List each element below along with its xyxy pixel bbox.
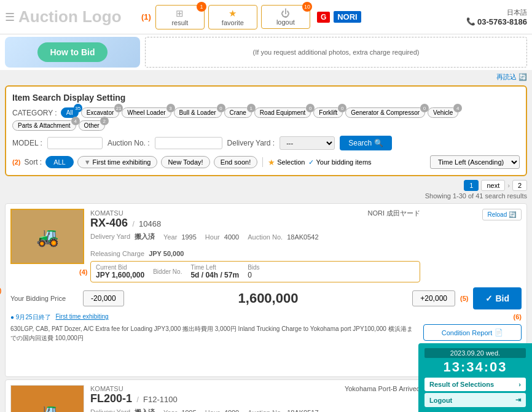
result-label: result [171, 19, 188, 26]
phone-icon: 📞 [466, 17, 475, 26]
nav-favorite[interactable]: ★ favorite [208, 5, 257, 29]
item-model-1: RX-406 / 10468 [90, 220, 161, 228]
annotation-4: (4) [79, 268, 87, 276]
logout-overlay-btn[interactable]: Logout ⇥ [424, 393, 526, 407]
selection-checkbox-wrap[interactable]: ★ Selection [268, 158, 305, 167]
model-row: MODEL : Auction No. : Delivery Yard : --… [12, 136, 520, 150]
cat-bl-btn[interactable]: Bull & Loader [174, 107, 222, 118]
result-selections-btn[interactable]: Result of Selections › [424, 378, 526, 391]
item-image-2-placeholder: 🚜 [36, 402, 59, 413]
favorite-icon: ★ [229, 8, 237, 19]
star-icon: ★ [268, 158, 275, 167]
tag-first-time[interactable]: First time exhibiting [56, 313, 109, 322]
plus-btn-1[interactable]: +20,000 [412, 290, 455, 306]
first-time-filter[interactable]: ▼ First time exhibiting [77, 156, 158, 168]
page-next-btn[interactable]: next [481, 180, 505, 191]
bids-value: 0 [248, 271, 259, 279]
current-bid-label: Current Bid [96, 264, 144, 271]
nav-result[interactable]: ⊞ result 1 [155, 5, 205, 29]
auction-no-input[interactable] [155, 137, 222, 149]
year-info: Year 1995 [163, 233, 197, 241]
category-parts[interactable]: Parts & Attachment 4 [12, 120, 76, 131]
logout-icon: ⏻ [281, 8, 290, 18]
item-brand-2: KOMATSU [90, 385, 178, 392]
item-dealer-1: NORI 成田ヤード [367, 209, 420, 218]
page-1-btn[interactable]: 1 [464, 180, 479, 191]
delivery-yard-select[interactable]: --- [280, 136, 335, 150]
item-brand-model-row-2: KOMATSU FL200-1 / F12-1100 Yokohama Port… [90, 385, 420, 405]
bid-submit-btn-1[interactable]: ✓ Bid [473, 287, 522, 309]
filter-icon: ▼ [84, 158, 91, 166]
search-title: Item Search Display Setting [12, 93, 520, 103]
category-road[interactable]: Road Equipment 0 [254, 107, 311, 118]
delivery-yard-info-2: Delivery Yard 搬入済 [90, 408, 155, 412]
logo1: G [317, 12, 330, 23]
category-generator[interactable]: Generator & Compressor 0 [345, 107, 425, 118]
minus-btn-1[interactable]: -20,000 [83, 290, 124, 306]
reload-button[interactable]: 再読込 🔄 [496, 72, 527, 82]
reload-item-btn[interactable]: Reload 🔄 [482, 209, 522, 220]
action-col-1: Reload 🔄 [426, 209, 522, 282]
tag-date: ● 9月25日終了 [10, 313, 51, 322]
bidding-checkbox-wrap[interactable]: ✓ Your bidding items [308, 158, 371, 166]
language-label[interactable]: 日本語 [507, 8, 527, 17]
year-info-2: Year 1995 [163, 409, 197, 413]
condition-report-btn-1[interactable]: Condition Report 📄 [423, 324, 522, 341]
time-sort-select[interactable]: Time Left (Ascending) [430, 155, 520, 169]
bottom-overlay: 2023.09.20 wed. 13:34:03 Result of Selec… [418, 343, 532, 412]
item-image-placeholder: 🚜 [36, 226, 59, 247]
page-last-btn[interactable]: 2 [512, 180, 527, 191]
divider-line [262, 157, 263, 167]
logout-arrow-icon: ⇥ [515, 396, 521, 404]
overlay-date: 2023.09.20 wed. [424, 348, 526, 358]
item-model-2: FL200-1 / F12-1100 [90, 395, 178, 404]
sort-row: (2) Sort : ALL ▼ First time exhibiting N… [12, 155, 520, 169]
end-soon-filter[interactable]: End soon! [214, 156, 258, 168]
category-vehicle[interactable]: Vehicle 4 [428, 107, 458, 118]
category-wheel-loader[interactable]: Wheel Loader 3 [122, 107, 171, 118]
category-excavator[interactable]: Excavator 21 [81, 107, 119, 118]
item-brand-1: KOMATSU [90, 209, 161, 217]
nav-logout[interactable]: ⏻ logout 10 [261, 5, 310, 29]
sort-all-button[interactable]: ALL [45, 156, 74, 168]
how-to-bid-button[interactable]: How to Bid [37, 42, 107, 62]
bid-details-box: Current Bid JPY 1,600,000 Bidder No. Tim… [90, 261, 420, 282]
cat-wheel-btn[interactable]: Wheel Loader [122, 107, 171, 118]
new-today-filter[interactable]: New Today! [161, 156, 209, 168]
item-main-info-2: KOMATSU FL200-1 / F12-1100 Yokohama Port… [90, 385, 420, 412]
delivery-yard-info: Delivery Yard 搬入済 [90, 232, 155, 241]
annotation-6: (6) [514, 313, 522, 321]
hour-info: Hour 4000 [205, 233, 239, 241]
phone-number: 📞 03-5763-8186 [466, 17, 527, 26]
bid-info-row-1: (4) Current Bid JPY 1,600,000 Bidder No.… [90, 261, 420, 282]
favorite-label: favorite [222, 19, 244, 26]
current-bid-cell: Current Bid JPY 1,600,000 [96, 264, 144, 279]
item-card-top: 🚜 KOMATSU RX-406 / 10468 NORI 成田ヤード Deli… [10, 209, 522, 282]
model-input[interactable] [47, 137, 103, 149]
category-forklift[interactable]: Forklift 0 [313, 107, 343, 118]
bidder-no-cell: Bidder No. [153, 268, 182, 275]
cat-parts-btn[interactable]: Parts & Attachment [12, 120, 76, 131]
check-mark: ✓ [485, 293, 493, 303]
pagination-top: 1 next › 2 [0, 177, 532, 191]
reload-icon: 🔄 [518, 73, 527, 81]
item-description-col: ● 9月25日終了 First time exhibiting 630LGP, … [10, 313, 418, 371]
cat-road-btn[interactable]: Road Equipment [254, 107, 311, 118]
partner-logos: G NORI [317, 11, 361, 23]
bids-label: Bids [248, 264, 259, 271]
search-button[interactable]: Search 🔍 [340, 136, 392, 150]
phone-text: 03-5763-8186 [477, 17, 527, 26]
category-row: CATEGORY : All 35 Excavator 21 Wheel Loa… [12, 107, 520, 131]
result-badge: 1 [197, 2, 206, 12]
cat-excavator-btn[interactable]: Excavator [81, 107, 119, 118]
logo-text: Auction Logo [18, 7, 141, 26]
bidding-price-row: Your Bidding Price -20,000 1,600,000 +20… [10, 287, 522, 309]
category-crane[interactable]: Crane 1 [224, 107, 252, 118]
search-panel: Item Search Display Setting CATEGORY : A… [5, 85, 527, 176]
cat-other-badge: 2 [100, 117, 109, 125]
cat-gen-btn[interactable]: Generator & Compressor [345, 107, 425, 118]
item-separator: / [132, 220, 134, 228]
category-bull-loader[interactable]: Bull & Loader 0 [174, 107, 222, 118]
category-other[interactable]: Other 2 [79, 120, 105, 131]
item-image-1: 🚜 [10, 209, 84, 264]
